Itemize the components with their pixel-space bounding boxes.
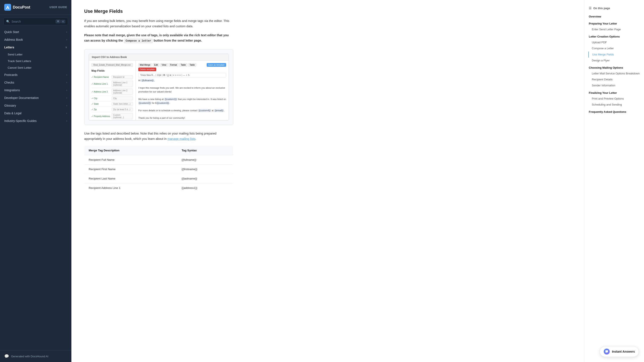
mock-map-fields-title: Map Fields [92, 69, 133, 72]
mock-field-state: ✓ State State (two letter...) [92, 101, 133, 107]
sidebar-item-industry-specific[interactable]: Industry-Specific Guides › [0, 117, 72, 125]
toc-section-finalizing-your-letter: Finalizing Your LetterPrint and Preview … [589, 90, 640, 108]
sidebar-item-postcards[interactable]: Postcards › [0, 71, 72, 79]
mock-btn-save-template[interactable]: Save as template [207, 63, 226, 67]
toc-section-faq: Frequently Asked Questions [589, 109, 640, 115]
mock-right-panel: Mail Merge Edit View Format Table Table … [136, 61, 229, 120]
mock-field-zip: ✓ Zip Zip (at least 5 d...) [92, 107, 133, 112]
mock-btn-view[interactable]: View [160, 63, 168, 67]
toc-section-title-finalizing-your-letter[interactable]: Finalizing Your Letter [589, 90, 640, 96]
chevron-right-icon: › [66, 112, 67, 115]
toc-section-title-preparing-your-letter[interactable]: Preparing Your Letter [589, 21, 640, 27]
toc-item-compose-a-letter[interactable]: Compose a Letter [589, 46, 640, 51]
mock-ui-title: Import CSV to Address Book [92, 56, 127, 59]
toc-section-title-choosing-mailing-options[interactable]: Choosing Mailing Options [589, 65, 640, 71]
mock-toolbar-underline[interactable]: U [167, 74, 169, 76]
sidebar-subitem-track-sent-letters[interactable]: Track Sent Letters [0, 58, 72, 64]
toc-section-title-faq[interactable]: Frequently Asked Questions [589, 109, 640, 115]
instant-answers-button[interactable]: Instant Answers [600, 346, 639, 357]
mock-field-city: ✓ City City [92, 96, 133, 101]
sidebar-item-checks[interactable]: Checks › [0, 79, 72, 86]
table-header-syntax: Tag Syntax [177, 146, 233, 155]
toc-header: ☰ On this page [589, 7, 640, 10]
mock-toolbar-strikethrough[interactable]: S̶ [170, 74, 171, 76]
toc-title: On this page [593, 7, 610, 10]
mock-toolbar-bold[interactable]: B [164, 74, 165, 76]
manage-mailing-lists-link[interactable]: manage mailing lists [168, 137, 196, 141]
toc-item-use-merge-fields[interactable]: Use Merge Fields [588, 52, 640, 58]
mock-btn-table[interactable]: Table [179, 63, 187, 67]
toc-item-upload-pdf[interactable]: Upload PDF [589, 40, 640, 46]
mock-file-tag: Real_Estate_Postcard_Mail_Merge.csv [92, 63, 133, 67]
merge-tags-table: Merge Tag Description Tag Syntax Recipie… [84, 146, 233, 193]
toc-section-overview: Overview [589, 14, 640, 20]
chevron-right-icon: › [66, 89, 67, 92]
toc-item-design-a-flyer[interactable]: Design a Flyer [589, 58, 640, 64]
sidebar-subitem-send-letter[interactable]: Send Letter [0, 51, 72, 58]
toc-section-title-letter-creation-options[interactable]: Letter Creation Options [589, 34, 640, 40]
table-row: Recipient Full Name{{fullname}} [84, 155, 233, 165]
sidebar-item-glossary[interactable]: Glossary › [0, 102, 72, 109]
toc-item-recipient-details[interactable]: Recipient Details [589, 77, 640, 83]
mock-toolbar: Mail Merge Edit View Format Table Table … [138, 63, 226, 71]
hamburger-icon: ☰ [589, 7, 592, 10]
toc-item-letter-mail-service[interactable]: Letter Mail Service Options Breakdown [589, 71, 640, 77]
sidebar-item-data-legal[interactable]: Data & Legal › [0, 109, 72, 117]
sidebar-item-quick-start[interactable]: Quick Start › [0, 28, 72, 36]
sidebar-header: DocuPost USER GUIDE [0, 0, 72, 15]
sidebar-item-developer-documentation[interactable]: Developer Documentation › [0, 94, 72, 102]
mock-btn-format[interactable]: Format [168, 63, 178, 67]
logo-area[interactable]: DocuPost [4, 4, 30, 11]
mock-field-address2: ✓ Address Line 2 Address Line 2 (optiona… [92, 88, 133, 96]
body-paragraph-2: Please note that mail merge, given the u… [84, 33, 233, 43]
toc-sections: OverviewPreparing Your LetterEnter Send … [589, 14, 640, 115]
toc-panel: ☰ On this page OverviewPreparing Your Le… [584, 0, 644, 362]
sidebar-item-integrations[interactable]: Integrations › [0, 86, 72, 94]
mock-field-address1: ✓ Address Line 1 Address Line 1 (optiona… [92, 80, 133, 88]
table-cell-description: Recipient Address Line 1 [84, 183, 178, 193]
sidebar-subitem-cancel-sent-letter[interactable]: Cancel Sent Letter [0, 64, 72, 71]
chevron-right-icon: › [66, 104, 67, 107]
table-cell-description: Recipient Last Name [84, 174, 178, 183]
toc-item-scheduling-sending[interactable]: Scheduling and Sending [589, 102, 640, 108]
sidebar-item-letters[interactable]: Letters ∨ [0, 44, 72, 51]
table-cell-description: Recipient First Name [84, 165, 178, 174]
mock-ui: Import CSV to Address Book Real_Estate_P… [89, 54, 229, 120]
toc-section-preparing-your-letter: Preparing Your LetterEnter Send Letter P… [589, 21, 640, 33]
search-placeholder: Search [12, 20, 54, 23]
table-cell-syntax: {{lastname}} [177, 174, 233, 183]
chevron-right-icon: › [66, 31, 67, 34]
screenshot-container: Import CSV to Address Book Real_Estate_P… [84, 49, 233, 125]
toc-section-title-overview[interactable]: Overview [589, 14, 640, 20]
chevron-right-icon: › [66, 119, 67, 122]
body-paragraph-3: Use the tags listed and described below.… [84, 131, 233, 141]
toc-section-choosing-mailing-options: Choosing Mailing OptionsLetter Mail Serv… [589, 65, 640, 89]
chevron-right-icon: › [66, 96, 67, 99]
chevron-down-icon: ∨ [65, 46, 67, 49]
mock-toolbar-italic[interactable]: I [166, 74, 166, 76]
search-input[interactable]: 🔍 Search ⌘ K [4, 18, 68, 25]
shortcut-symbol: ⌘ [56, 20, 60, 23]
table-row: Recipient First Name{{firstname}} [84, 165, 233, 174]
sidebar: DocuPost USER GUIDE 🔍 Search ⌘ K Quick S… [0, 0, 72, 362]
mock-btn-edit[interactable]: Edit [152, 63, 159, 67]
mock-btn-mailmerge[interactable]: Mail Merge [138, 63, 152, 67]
instant-answers-label: Instant Answers [612, 350, 635, 353]
footer-label: Generated with DocsHound AI [11, 355, 48, 358]
toc-item-print-preview[interactable]: Print and Preview Options [589, 96, 640, 102]
search-shortcut: ⌘ K [56, 20, 65, 23]
mock-btn-delete-template[interactable]: Delete template [138, 68, 156, 71]
sidebar-item-address-book[interactable]: Address Book › [0, 36, 72, 44]
mock-left-panel: Real_Estate_Postcard_Mail_Merge.csv Map … [89, 61, 136, 120]
search-icon: 🔍 [6, 20, 10, 23]
docupost-logo-icon [4, 4, 11, 11]
toc-item-enter-send-letter-page[interactable]: Enter Send Letter Page [589, 27, 640, 33]
table-cell-syntax: {{firstname}} [177, 165, 233, 174]
mock-field-property: ✓ Property Address Custom (optional...) [92, 112, 133, 120]
mock-btn-table2[interactable]: Table [188, 63, 196, 67]
table-header-description: Merge Tag Description [84, 146, 178, 155]
mock-ui-body: Real_Estate_Postcard_Mail_Merge.csv Map … [89, 61, 229, 120]
chevron-right-icon: › [66, 73, 67, 76]
toc-item-sender-information[interactable]: Sender Information [589, 83, 640, 89]
user-guide-label: USER GUIDE [50, 6, 67, 9]
